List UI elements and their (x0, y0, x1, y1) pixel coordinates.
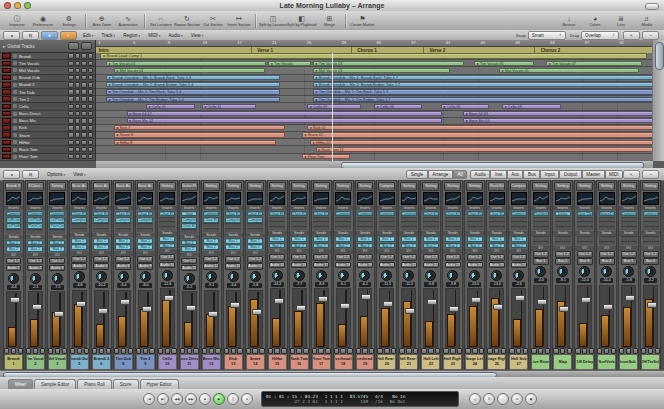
volume-readout[interactable]: -11.5 (380, 282, 393, 287)
insert-slot-empty[interactable] (269, 221, 285, 225)
strip-record-button[interactable] (224, 348, 229, 354)
volume-readout[interactable]: -10.2 (95, 283, 108, 288)
fader-cap[interactable] (340, 303, 350, 309)
send-slot-bus-1[interactable]: Bus 1 (423, 236, 439, 242)
insert-slot-empty[interactable] (621, 226, 637, 230)
toolbar-cut-section-button[interactable]: ✂Cut Section (200, 12, 226, 29)
send-slot-bus-1[interactable]: Bus 1 (203, 238, 219, 244)
input-slot[interactable]: Audio 15 (269, 262, 285, 269)
strip-mute-button[interactable] (121, 348, 126, 354)
fader-cap[interactable] (230, 302, 240, 308)
toolbar-merge-button[interactable]: ⊞Merge (316, 12, 342, 29)
mute-button[interactable] (81, 147, 87, 153)
mute-button[interactable] (81, 118, 87, 124)
toolbar-toggle-button[interactable] (645, 3, 659, 10)
mixer-link-button[interactable]: ⛓ (22, 170, 39, 179)
strip-solo-button[interactable] (611, 348, 616, 354)
insert-slot-compress[interactable]: Compress (115, 217, 131, 223)
eq-thumbnail[interactable] (423, 192, 439, 205)
solo-button[interactable] (88, 125, 94, 131)
toolbar-inspector-button[interactable]: ⓘInspector (4, 12, 30, 29)
channel-setting-button[interactable]: Basic Ac… (93, 182, 110, 191)
strip-solo-button[interactable] (457, 348, 462, 354)
toolbar-automation-button[interactable]: ∿Automation (115, 12, 141, 29)
pan-knob[interactable] (469, 270, 480, 281)
insert-slot-empty[interactable] (423, 226, 439, 230)
input-slot[interactable]: Audio 23 (445, 262, 461, 269)
strip-mute-button[interactable] (494, 348, 499, 354)
strip-solo-button[interactable] (501, 348, 506, 354)
master-button[interactable]: ▣ (525, 393, 537, 405)
insert-slot-empty[interactable] (467, 221, 483, 225)
pan-knob[interactable] (30, 273, 41, 284)
strip-name-label[interactable]: DrumSub 1 (620, 355, 637, 369)
pan-knob[interactable] (513, 270, 524, 281)
record-arm-button[interactable] (68, 111, 74, 117)
input-slot[interactable]: Audio 8 (115, 263, 131, 270)
insert-slot-compress[interactable]: Compress (401, 211, 417, 217)
insert-slot-empty[interactable] (555, 217, 571, 221)
volume-readout[interactable]: -13.0 (490, 282, 503, 287)
track-row-tim-dub[interactable]: Tim Dub (0, 89, 95, 96)
strip-name-label[interactable]: Brandi1 (5, 355, 22, 369)
channel-setting-button[interactable]: Rock Kit (488, 182, 505, 191)
send-slot-bus-1[interactable]: Bus 1 (357, 236, 373, 242)
fader-cap[interactable] (471, 297, 481, 303)
strip-record-button[interactable] (641, 348, 646, 354)
region-cello-08[interactable]: ▸ Cello 08 (502, 104, 562, 109)
send-slot-bus-1[interactable]: Bus 1 (27, 240, 43, 246)
send-slot-bus-2[interactable]: Bus 2 (401, 243, 417, 249)
channel-setting-button[interactable]: Setting (291, 182, 308, 191)
channel-setting-button[interactable]: Setting (49, 182, 66, 191)
eq-thumbnail[interactable] (181, 192, 197, 205)
pan-knob[interactable] (425, 270, 436, 281)
output-slot[interactable]: Out 1-2 (489, 254, 505, 261)
strip-solo-button[interactable] (545, 348, 550, 354)
region-tim-overdub-mic-1-tim-rock-take-1-4[interactable]: ▸ Tim Overdub – Mic 1: Tim Rock: Take 1.… (106, 89, 280, 94)
strip-mute-button[interactable] (428, 348, 433, 354)
input-slot[interactable]: Audio 22 (423, 262, 439, 269)
insert-slot-empty[interactable] (423, 217, 439, 221)
insert-slot-compress[interactable]: Compress (379, 211, 395, 217)
marker-intro[interactable]: Intro (99, 48, 109, 53)
send-slot-bus-1[interactable]: Bus 1 (401, 236, 417, 242)
strip-name-label[interactable]: Overhead L18 (335, 355, 352, 369)
send-slot-bus-2[interactable]: Bus 2 (203, 244, 219, 250)
menu-midi[interactable]: MIDI (144, 33, 164, 38)
region-brandi-overdub-mic-2-brandi-bridge-take-1-7[interactable]: ▸ Brandi Overdub – Mic 2: Brandi Bridge:… (313, 82, 652, 87)
insert-slot-empty[interactable] (445, 226, 461, 230)
track-row-kick[interactable]: Kick (0, 125, 95, 132)
strip-mute-button[interactable] (209, 348, 214, 354)
menu-edit[interactable]: Edit (79, 33, 98, 38)
strip-solo-button[interactable] (18, 348, 23, 354)
eq-thumbnail[interactable] (489, 192, 505, 205)
input-monitor-button[interactable] (75, 111, 81, 117)
input-slot[interactable]: Audio 6 (93, 263, 109, 270)
strip-mute-button[interactable] (626, 348, 631, 354)
volume-readout[interactable]: -8.3 (315, 282, 328, 287)
input-monitor-button[interactable] (75, 125, 81, 131)
mixer-filter-master[interactable]: Master (582, 170, 605, 179)
insert-slot-empty[interactable] (379, 221, 395, 225)
insert-slot-chan-eq[interactable]: Chan EQ (115, 211, 131, 217)
insert-slot-empty[interactable] (599, 221, 615, 225)
mixer-cursor-tool-icon[interactable]: ↖ (623, 170, 640, 179)
channel-setting-button[interactable]: Setting (598, 182, 615, 191)
strip-mute-button[interactable] (252, 348, 257, 354)
strip-solo-button[interactable] (369, 348, 374, 354)
input-slot[interactable]: Audio 17 (313, 262, 329, 269)
volume-readout[interactable]: -10.4 (600, 278, 613, 283)
play-button[interactable]: ▶ (213, 393, 225, 405)
send-slot-bus-2[interactable]: Bus 2 (181, 246, 197, 252)
output-slot[interactable]: Out 1-2 (203, 256, 219, 263)
snap-dropdown[interactable]: Smart (528, 31, 566, 40)
strip-name-label[interactable]: Live Room (532, 355, 549, 369)
insert-slot-linphseq[interactable]: LinPhsEQ (27, 217, 43, 223)
send-slot-empty[interactable] (621, 241, 637, 245)
insert-slot-empty[interactable] (159, 226, 175, 230)
input-monitor-button[interactable] (75, 154, 81, 160)
insert-slot-compress[interactable]: Compress (225, 217, 241, 223)
pan-knob[interactable] (8, 273, 19, 284)
hide-tracks-button[interactable] (68, 42, 79, 50)
track-row-hihat[interactable]: HiHat (0, 139, 95, 146)
